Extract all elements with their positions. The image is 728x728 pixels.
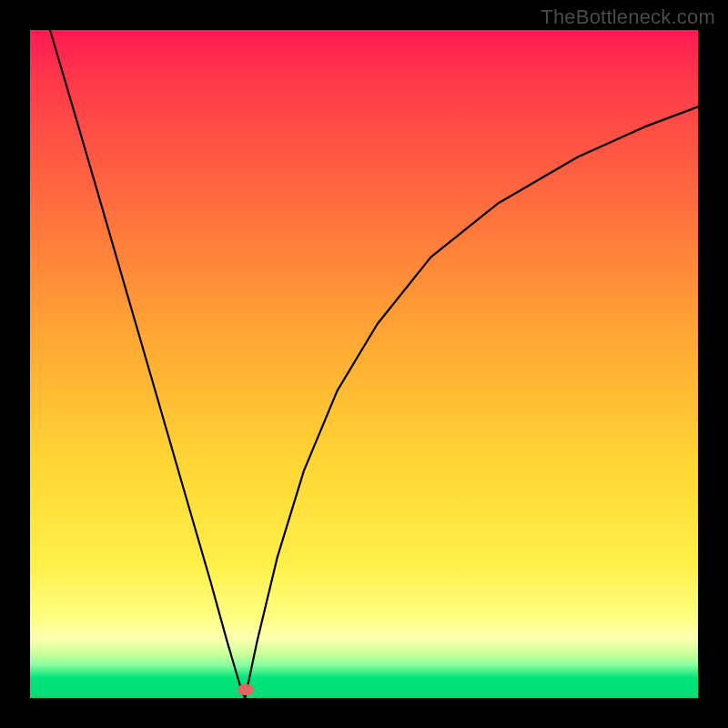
curve-path [50,30,698,698]
chart-plot-area [30,30,698,698]
optimum-marker [238,684,254,695]
bottleneck-curve [30,30,698,698]
chart-frame: TheBottleneck.com [0,0,728,728]
watermark-text: TheBottleneck.com [541,5,715,29]
